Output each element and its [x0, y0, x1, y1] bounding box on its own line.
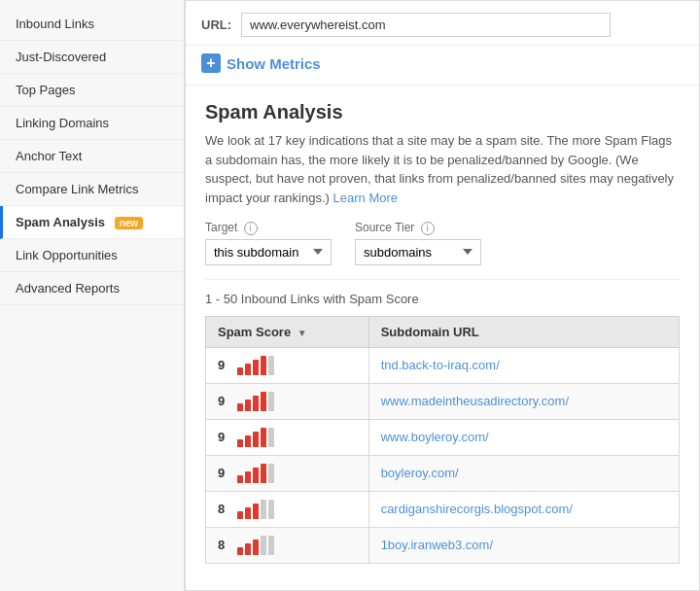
bar-segment — [268, 356, 274, 375]
bar-segment — [237, 439, 243, 447]
bar-segment — [237, 511, 243, 519]
subdomain-link[interactable]: boyleroy.com/ — [381, 466, 459, 480]
sidebar-item-advanced-reports[interactable]: Advanced Reports — [0, 272, 184, 305]
source-label: Source Tier i — [355, 221, 481, 235]
bar-segment — [253, 396, 259, 411]
spam-analysis-section: Spam Analysis We look at 17 key indicati… — [186, 86, 699, 579]
table-row: 81boy.iranweb3.com/ — [206, 527, 680, 563]
spam-bar-chart — [237, 500, 274, 519]
bar-segment — [268, 428, 274, 447]
bar-segment — [253, 432, 259, 447]
bar-segment — [261, 500, 266, 519]
subdomain-link[interactable]: 1boy.iranweb3.com/ — [381, 538, 493, 552]
spam-bar-chart — [237, 536, 274, 555]
url-input[interactable] — [241, 13, 611, 37]
sidebar-item-link-opportunities[interactable]: Link Opportunities — [0, 239, 184, 272]
plus-icon: + — [201, 53, 221, 73]
bar-segment — [261, 428, 266, 447]
url-cell: boyleroy.com/ — [368, 455, 679, 491]
sort-icon: ▼ — [298, 328, 307, 338]
sidebar-item-inbound-links[interactable]: Inbound Links — [0, 8, 184, 41]
subdomain-link[interactable]: www.boyleroy.com/ — [381, 430, 489, 444]
bar-segment — [253, 504, 259, 519]
bar-segment — [245, 543, 251, 555]
learn-more-link[interactable]: Learn More — [333, 191, 398, 205]
col-subdomain-url: Subdomain URL — [368, 316, 679, 347]
spam-bar-chart — [237, 392, 274, 411]
sidebar-item-compare-link-metrics[interactable]: Compare Link Metrics — [0, 173, 184, 206]
score-number: 9 — [218, 466, 229, 480]
bar-segment — [237, 475, 243, 483]
table-row: 9www.boyleroy.com/ — [206, 419, 680, 455]
bar-segment — [245, 364, 251, 375]
table-row: 9boyleroy.com/ — [206, 455, 680, 491]
sidebar-item-top-pages[interactable]: Top Pages — [0, 74, 184, 107]
bar-segment — [253, 539, 259, 555]
bar-segment — [237, 547, 243, 555]
bar-segment — [268, 536, 274, 555]
sidebar-item-linking-domains[interactable]: Linking Domains — [0, 107, 184, 140]
bar-segment — [237, 403, 243, 411]
main-content: URL: + Show Metrics Spam Analysis We loo… — [185, 0, 700, 591]
target-filter: Target i this subdomain this domain only… — [205, 221, 332, 265]
score-cell: 8 — [206, 527, 369, 563]
bar-segment — [261, 536, 266, 555]
url-label: URL: — [201, 17, 231, 32]
score-cell: 9 — [206, 383, 369, 419]
bar-segment — [245, 471, 251, 483]
table-row: 8cardiganshirecorgis.blogspot.com/ — [206, 491, 680, 527]
spam-bar-chart — [237, 464, 274, 483]
subdomain-link[interactable]: cardiganshirecorgis.blogspot.com/ — [381, 502, 573, 516]
bar-segment — [268, 464, 274, 483]
target-select[interactable]: this subdomain this domain only all subd… — [205, 239, 332, 265]
score-number: 9 — [218, 358, 229, 372]
score-number: 8 — [218, 502, 229, 516]
spam-description: We look at 17 key indications that a sit… — [205, 131, 680, 207]
new-badge: new — [115, 217, 143, 229]
spam-bar-chart — [237, 428, 274, 447]
score-number: 9 — [218, 394, 229, 408]
target-label: Target i — [205, 221, 332, 235]
bar-segment — [245, 507, 251, 519]
bar-segment — [253, 360, 259, 375]
score-cell: 9 — [206, 455, 369, 491]
source-select[interactable]: subdomains domains pages — [355, 239, 481, 265]
url-cell: tnd.back-to-iraq.com/ — [368, 347, 679, 383]
url-cell: www.madeintheusadirectory.com/ — [368, 383, 679, 419]
score-cell: 9 — [206, 419, 369, 455]
bar-segment — [245, 435, 251, 447]
bar-segment — [245, 400, 251, 411]
bar-segment — [261, 356, 266, 375]
sidebar: Inbound Links Just-Discovered Top Pages … — [0, 0, 185, 591]
results-header: 1 - 50 Inbound Links with Spam Score — [205, 279, 680, 306]
source-info-icon: i — [421, 222, 435, 235]
source-filter: Source Tier i subdomains domains pages — [355, 221, 481, 265]
bar-segment — [261, 464, 266, 483]
bar-segment — [268, 500, 274, 519]
url-bar: URL: — [186, 1, 699, 46]
target-info-icon: i — [244, 222, 258, 235]
sidebar-item-spam-analysis[interactable]: Spam Analysis new — [0, 206, 184, 239]
table-row: 9tnd.back-to-iraq.com/ — [206, 347, 680, 383]
show-metrics-button[interactable]: + Show Metrics — [186, 46, 699, 86]
bar-segment — [237, 367, 243, 375]
spam-bar-chart — [237, 356, 274, 375]
url-cell: 1boy.iranweb3.com/ — [368, 527, 679, 563]
show-metrics-label: Show Metrics — [227, 55, 321, 72]
filters-row: Target i this subdomain this domain only… — [205, 221, 680, 265]
score-number: 9 — [218, 430, 229, 444]
subdomain-link[interactable]: tnd.back-to-iraq.com/ — [381, 358, 500, 372]
score-cell: 8 — [206, 491, 369, 527]
section-title: Spam Analysis — [205, 101, 680, 123]
table-row: 9www.madeintheusadirectory.com/ — [206, 383, 680, 419]
col-spam-score[interactable]: Spam Score ▼ — [206, 316, 369, 347]
bar-segment — [253, 468, 259, 483]
bar-segment — [261, 392, 266, 411]
bar-segment — [268, 392, 274, 411]
score-number: 8 — [218, 538, 229, 552]
spam-score-table: Spam Score ▼ Subdomain URL 9tnd.back-to-… — [205, 316, 680, 564]
url-cell: cardiganshirecorgis.blogspot.com/ — [368, 491, 679, 527]
sidebar-item-just-discovered[interactable]: Just-Discovered — [0, 41, 184, 74]
sidebar-item-anchor-text[interactable]: Anchor Text — [0, 140, 184, 173]
subdomain-link[interactable]: www.madeintheusadirectory.com/ — [381, 394, 569, 408]
